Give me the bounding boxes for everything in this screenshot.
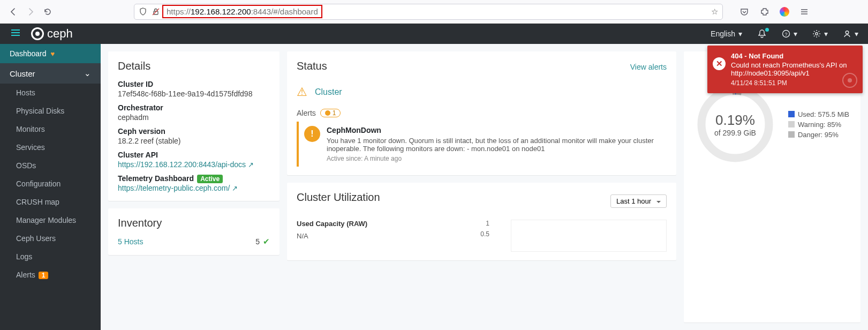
sidebar-cluster-toggle[interactable]: Cluster⌄ (0, 63, 101, 84)
card-title: Details (118, 60, 270, 72)
url-host: 192.168.122.200 (191, 7, 251, 16)
active-badge: Active (197, 175, 223, 183)
bookmark-star-icon[interactable]: ☆ (711, 7, 718, 17)
language-label: English (711, 29, 735, 38)
lock-warning-icon (152, 8, 160, 16)
inventory-hosts-link[interactable]: 5 Hosts (118, 237, 143, 246)
pocket-icon[interactable] (739, 6, 750, 17)
sidebar-item-services[interactable]: Services (0, 138, 101, 156)
alert-item[interactable]: ! CephMonDown You have 1 monitor down. Q… (297, 122, 667, 167)
view-alerts-link[interactable]: View alerts (630, 63, 667, 71)
legend-warning: Warning: 85% (798, 121, 841, 129)
chevron-down-icon: ▾ (794, 29, 797, 38)
notification-dot (765, 28, 769, 32)
sidebar-item-ceph-users[interactable]: Ceph Users (0, 229, 101, 248)
close-icon[interactable]: ✕ (713, 57, 726, 70)
sidebar-item-logs[interactable]: Logs (0, 248, 101, 266)
help-icon: ? (782, 29, 790, 38)
chevron-down-icon: ⌄ (84, 69, 91, 78)
used-capacity-label: Used Capacity (RAW) (297, 220, 457, 228)
telemetry-link[interactable]: https://telemetry-public.ceph.com/ (118, 184, 230, 192)
app-topnav: ceph English▾ ?▾ ▾ ▾ (0, 24, 868, 44)
legend-swatch-icon (788, 121, 795, 128)
gear-icon (812, 29, 821, 38)
browser-right-icons (739, 6, 810, 17)
chart-y-axis: 1 0.5 (479, 220, 489, 252)
card-title: Inventory (118, 217, 270, 229)
alerts-count-pill[interactable]: 1 (320, 109, 341, 117)
user-menu[interactable]: ▾ (843, 29, 858, 38)
sidebar-alerts[interactable]: Alerts1 (0, 266, 101, 284)
utilization-card: Cluster Utilization Last 1 hour Used Cap… (287, 183, 676, 260)
legend-swatch-icon (788, 111, 795, 117)
url-highlight: https://192.168.122.200:8443/#/dashboard (162, 5, 322, 18)
alert-count-badge: 1 (39, 272, 49, 279)
language-selector[interactable]: English▾ (711, 29, 742, 38)
brand-logo: ceph (31, 27, 73, 41)
chevron-down-icon: ▾ (824, 29, 828, 38)
back-button[interactable] (7, 6, 19, 18)
capacity-percent: 0.19% (715, 112, 755, 129)
sidebar-label: Dashboard (10, 49, 47, 58)
sidebar-toggle-icon[interactable] (10, 27, 21, 41)
url-protocol: https:// (167, 7, 191, 16)
sidebar-label: Cluster (10, 69, 35, 78)
dot-icon (325, 110, 330, 116)
sidebar-item-crush-map[interactable]: CRUSH map (0, 193, 101, 211)
ceph-logo-icon (31, 27, 44, 40)
settings-menu[interactable]: ▾ (812, 29, 828, 38)
status-card: Status View alerts ⚠ Cluster Alerts 1 ! … (287, 51, 676, 175)
time-range-select[interactable]: Last 1 hour (610, 194, 667, 208)
forward-button[interactable] (25, 6, 36, 18)
alert-since: Active since: A minute ago (327, 155, 661, 162)
help-menu[interactable]: ?▾ (782, 29, 797, 38)
alert-name: CephMonDown (327, 126, 661, 134)
alerts-count-value: 1 (333, 109, 336, 117)
ceph-watermark-icon (842, 73, 857, 88)
heart-icon: ♥ (51, 50, 55, 58)
sidebar-item-hosts[interactable]: Hosts (0, 84, 101, 102)
error-toast[interactable]: ✕ 404 - Not Found Could not reach Promet… (707, 46, 863, 93)
alerts-label: Alerts (297, 109, 316, 117)
inventory-count: 5 (255, 237, 260, 246)
shield-icon (139, 8, 147, 16)
toast-body-1: Could not reach Prometheus's API on (731, 61, 855, 69)
sidebar-item-configuration[interactable]: Configuration (0, 175, 101, 193)
firefox-account-icon[interactable] (780, 7, 789, 17)
alert-severity-icon: ! (304, 126, 320, 142)
orchestrator-label: Orchestrator (118, 103, 270, 112)
capacity-total: of 299.9 GiB (714, 129, 756, 137)
sidebar-item-monitors[interactable]: Monitors (0, 120, 101, 138)
brand-text: ceph (47, 27, 73, 41)
cluster-status-link[interactable]: Cluster (315, 87, 342, 97)
warning-triangle-icon: ⚠ (297, 85, 307, 99)
capacity-legend: Used: 575.5 MiB Warning: 85% Danger: 95% (788, 108, 849, 141)
app-menu-icon[interactable] (799, 6, 810, 17)
browser-chrome: https://192.168.122.200:8443/#/dashboard… (0, 0, 868, 24)
cluster-id-value: 17ef548c-f68b-11ee-9a19-4d1575fdfd98 (118, 89, 270, 98)
notifications-icon[interactable] (757, 29, 767, 39)
api-link[interactable]: https://192.168.122.200:8443/api-docs (118, 160, 246, 169)
sidebar-item-manager-modules[interactable]: Manager Modules (0, 211, 101, 229)
svg-point-5 (846, 31, 849, 34)
inventory-card: Inventory 5 Hosts 5✔ (108, 208, 280, 255)
orchestrator-value: cephadm (118, 113, 270, 122)
alert-description: You have 1 monitor down. Quorum is still… (327, 137, 661, 153)
sidebar-item-osds[interactable]: OSDs (0, 156, 101, 175)
sidebar-item-physical-disks[interactable]: Physical Disks (0, 102, 101, 120)
toast-timestamp: 4/11/24 8:51:51 PM (731, 79, 855, 87)
legend-used: Used: 575.5 MiB (798, 110, 849, 118)
check-circle-icon: ✔ (263, 237, 270, 246)
time-range-label: Last 1 hour (616, 197, 651, 205)
telemetry-label: Telemetry DashboardActive (118, 174, 270, 183)
sidebar: Dashboard♥ Cluster⌄ HostsPhysical DisksM… (0, 44, 101, 330)
sidebar-dashboard[interactable]: Dashboard♥ (0, 44, 101, 63)
address-bar[interactable]: https://192.168.122.200:8443/#/dashboard… (134, 4, 723, 20)
url-path: :8443/#/dashboard (251, 7, 318, 16)
legend-danger: Danger: 95% (798, 131, 839, 139)
used-capacity-value: N/A (297, 232, 457, 240)
toast-body-2: http://node01:9095/api/v1 (731, 69, 855, 77)
reload-button[interactable] (42, 6, 54, 18)
version-value: 18.2.2 reef (stable) (118, 137, 270, 145)
extensions-icon[interactable] (759, 6, 770, 17)
